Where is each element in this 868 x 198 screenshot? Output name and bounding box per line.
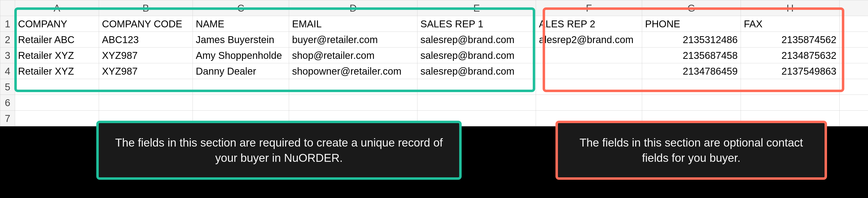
row-header-5[interactable]: 5	[0, 79, 15, 95]
table-row: 1 COMPANY COMPANY CODE NAME EMAIL SALES …	[0, 16, 868, 32]
col-header-F[interactable]: F	[536, 0, 642, 16]
cell-rest-4[interactable]	[840, 63, 868, 79]
cell-B3[interactable]: XYZ987	[99, 47, 193, 63]
cell-rest-2[interactable]	[840, 32, 868, 47]
cell-rest-1[interactable]	[840, 16, 868, 32]
col-header-H[interactable]: H	[741, 0, 840, 16]
cell-rest-7[interactable]	[840, 111, 868, 126]
cell-C1[interactable]: NAME	[193, 16, 289, 32]
cell-H3[interactable]: 2134875632	[741, 47, 840, 63]
row-header-3[interactable]: 3	[0, 47, 15, 63]
cell-G1[interactable]: PHONE	[642, 16, 741, 32]
cell-D6[interactable]	[289, 95, 417, 111]
cell-B5[interactable]	[99, 79, 193, 95]
table-row: 2 Retailer ABC ABC123 James Buyerstein b…	[0, 32, 868, 47]
cell-F1[interactable]: ALES REP 2	[536, 16, 642, 32]
cell-rest-6[interactable]	[840, 95, 868, 111]
cell-A6[interactable]	[15, 95, 99, 111]
cell-C6[interactable]	[193, 95, 289, 111]
cell-H5[interactable]	[741, 79, 840, 95]
cell-A7[interactable]	[15, 111, 99, 126]
cell-rest-5[interactable]	[840, 79, 868, 95]
cell-E1[interactable]: SALES REP 1	[417, 16, 536, 32]
cell-C4[interactable]: Danny Dealer	[193, 63, 289, 79]
cell-G3[interactable]: 2135687458	[642, 47, 741, 63]
cell-A3[interactable]: Retailer XYZ	[15, 47, 99, 63]
spreadsheet: A B C D E F G H 1 COMPANY COMPANY CODE N…	[0, 0, 868, 126]
col-header-D[interactable]: D	[289, 0, 417, 16]
row-header-6[interactable]: 6	[0, 95, 15, 111]
cell-B1[interactable]: COMPANY CODE	[99, 16, 193, 32]
row-header-1[interactable]: 1	[0, 16, 15, 32]
cell-F4[interactable]	[536, 63, 642, 79]
cell-C5[interactable]	[193, 79, 289, 95]
col-header-B[interactable]: B	[99, 0, 193, 16]
column-header-row: A B C D E F G H	[0, 0, 868, 16]
cell-E6[interactable]	[417, 95, 536, 111]
cell-F2[interactable]: alesrep2@brand.com	[536, 32, 642, 47]
cell-B4[interactable]: XYZ987	[99, 63, 193, 79]
cell-G4[interactable]: 2134786459	[642, 63, 741, 79]
table-row: 3 Retailer XYZ XYZ987 Amy Shoppenholde s…	[0, 47, 868, 63]
cell-E3[interactable]: salesrep@brand.com	[417, 47, 536, 63]
cell-E4[interactable]: salesrep@brand.com	[417, 63, 536, 79]
col-header-rest[interactable]	[840, 0, 868, 16]
cell-G2[interactable]: 2135312486	[642, 32, 741, 47]
cell-H4[interactable]: 2137549863	[741, 63, 840, 79]
col-header-A[interactable]: A	[15, 0, 99, 16]
cell-E2[interactable]: salesrep@brand.com	[417, 32, 536, 47]
cell-A5[interactable]	[15, 79, 99, 95]
grid[interactable]: A B C D E F G H 1 COMPANY COMPANY CODE N…	[0, 0, 868, 126]
cell-H6[interactable]	[741, 95, 840, 111]
cell-A4[interactable]: Retailer XYZ	[15, 63, 99, 79]
cell-rest-3[interactable]	[840, 47, 868, 63]
cell-D3[interactable]: shop@retailer.com	[289, 47, 417, 63]
col-header-C[interactable]: C	[193, 0, 289, 16]
cell-G5[interactable]	[642, 79, 741, 95]
row-header-4[interactable]: 4	[0, 63, 15, 79]
row-header-7[interactable]: 7	[0, 111, 15, 126]
cell-E5[interactable]	[417, 79, 536, 95]
cell-D2[interactable]: buyer@retailer.com	[289, 32, 417, 47]
cell-D1[interactable]: EMAIL	[289, 16, 417, 32]
cell-A2[interactable]: Retailer ABC	[15, 32, 99, 47]
cell-B6[interactable]	[99, 95, 193, 111]
table-row: 4 Retailer XYZ XYZ987 Danny Dealer shopo…	[0, 63, 868, 79]
required-fields-annotation: The fields in this section are required …	[96, 121, 462, 180]
row-header-2[interactable]: 2	[0, 32, 15, 47]
cell-C2[interactable]: James Buyerstein	[193, 32, 289, 47]
cell-B2[interactable]: ABC123	[99, 32, 193, 47]
table-row: 5	[0, 79, 868, 95]
cell-C3[interactable]: Amy Shoppenholde	[193, 47, 289, 63]
optional-fields-annotation: The fields in this section are optional …	[555, 121, 827, 180]
cell-F3[interactable]	[536, 47, 642, 63]
cell-A1[interactable]: COMPANY	[15, 16, 99, 32]
col-header-E[interactable]: E	[417, 0, 536, 16]
select-all-corner[interactable]	[0, 0, 15, 16]
cell-D5[interactable]	[289, 79, 417, 95]
table-row: 6	[0, 95, 868, 111]
cell-H2[interactable]: 2135874562	[741, 32, 840, 47]
cell-D4[interactable]: shopowner@retailer.com	[289, 63, 417, 79]
cell-H1[interactable]: FAX	[741, 16, 840, 32]
col-header-G[interactable]: G	[642, 0, 741, 16]
cell-G6[interactable]	[642, 95, 741, 111]
cell-F5[interactable]	[536, 79, 642, 95]
cell-F6[interactable]	[536, 95, 642, 111]
